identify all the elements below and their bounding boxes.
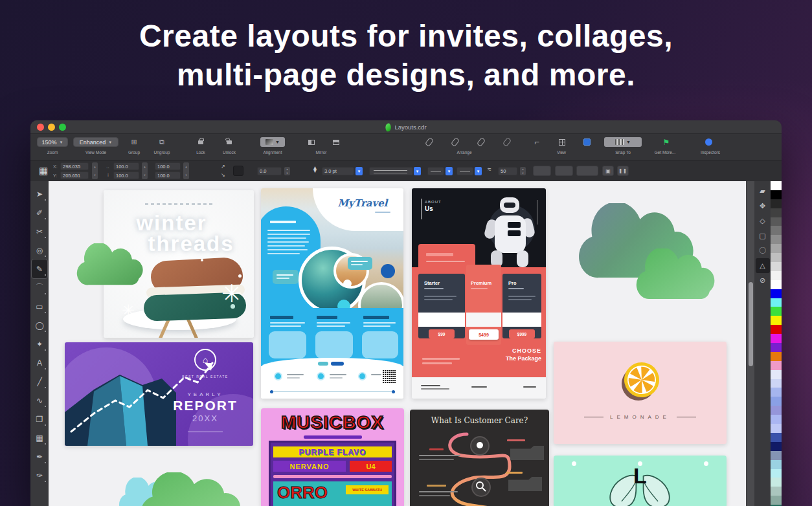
- arrange-button-2[interactable]: [449, 137, 462, 148]
- mesh-fill-tool[interactable]: ▦: [32, 428, 47, 447]
- smoothing-field[interactable]: 50: [498, 167, 517, 175]
- line-style-dropdown[interactable]: [369, 167, 413, 175]
- x-position-field[interactable]: 298.035: [60, 162, 89, 170]
- object-width-field[interactable]: 100.0: [113, 162, 139, 170]
- end-arrowhead-chip[interactable]: ▼: [475, 167, 482, 175]
- green-cloud-shape[interactable]: [66, 243, 144, 286]
- color-swatch[interactable]: [771, 307, 782, 316]
- node-edit-tool[interactable]: ✥: [756, 199, 770, 214]
- lock-button[interactable]: [194, 137, 207, 148]
- snap-to-dropdown[interactable]: ▼: [604, 137, 642, 147]
- eyedropper-tool[interactable]: ✑: [32, 466, 47, 485]
- start-arrowhead-dropdown[interactable]: [427, 167, 444, 175]
- scale-stepper[interactable]: ▲▼: [183, 162, 189, 179]
- end-arrowhead-dropdown[interactable]: [457, 167, 473, 175]
- frame-tool[interactable]: ▢: [756, 228, 770, 243]
- color-swatch[interactable]: [771, 316, 782, 325]
- arrange-button-4[interactable]: [501, 137, 513, 148]
- ungroup-button[interactable]: ⧉: [155, 137, 168, 148]
- freehand-tool[interactable]: ✎: [32, 259, 47, 278]
- color-swatch[interactable]: [771, 496, 782, 505]
- mytravel-design[interactable]: MyTravel: [261, 188, 403, 399]
- color-swatch[interactable]: [771, 244, 782, 253]
- color-swatch[interactable]: [771, 235, 782, 244]
- page-view-button[interactable]: ⌐: [530, 137, 543, 148]
- triangle-tool[interactable]: △: [756, 258, 770, 273]
- alignment-dropdown[interactable]: ▼: [260, 137, 285, 147]
- color-swatch[interactable]: [771, 190, 782, 199]
- y-position-field[interactable]: 205.651: [60, 171, 89, 179]
- color-swatch[interactable]: [771, 406, 782, 415]
- small-green-cloud-shape[interactable]: [624, 248, 716, 300]
- group-button[interactable]: ⊞: [128, 137, 141, 148]
- color-swatch[interactable]: [771, 442, 782, 451]
- color-swatch[interactable]: [771, 271, 782, 280]
- musicbox-design[interactable]: MUSICBOX PURPLE FLAVO NERVANO U4 ORRO WH…: [261, 408, 404, 506]
- arrange-button-1[interactable]: [423, 137, 436, 148]
- color-swatch[interactable]: [771, 262, 782, 271]
- lungs-card-design[interactable]: L: [554, 456, 727, 506]
- color-swatch[interactable]: [771, 361, 782, 370]
- ellipse-tool[interactable]: ◯: [32, 316, 47, 335]
- lock-ratio-button[interactable]: [233, 166, 243, 176]
- drop-shadow-tool[interactable]: ❐: [32, 410, 47, 428]
- polygon-tool[interactable]: ✦: [32, 335, 47, 353]
- color-swatch[interactable]: [771, 226, 782, 235]
- vertical-scrollbar[interactable]: [746, 181, 754, 506]
- color-swatch[interactable]: [771, 181, 782, 190]
- scale-height-field[interactable]: 100.0: [155, 171, 181, 179]
- customer-care-design[interactable]: What Is Customer Care?: [410, 410, 549, 506]
- scale-width-field[interactable]: 100.0: [155, 162, 181, 170]
- start-arrowhead-chip[interactable]: ▼: [445, 167, 453, 175]
- size-stepper[interactable]: ▲▼: [142, 162, 148, 179]
- grid-view-button[interactable]: [556, 137, 569, 148]
- get-more-button[interactable]: ⚑: [660, 137, 673, 148]
- color-swatch[interactable]: [771, 478, 782, 487]
- shape-tool[interactable]: ✐: [32, 203, 47, 222]
- color-swatch[interactable]: [771, 415, 782, 424]
- color-swatch[interactable]: [771, 208, 782, 217]
- color-swatch[interactable]: [771, 280, 782, 289]
- position-stepper[interactable]: ▲▼: [92, 162, 98, 179]
- color-swatch[interactable]: [771, 298, 782, 307]
- lemonade-design[interactable]: LEMONADE: [554, 342, 727, 444]
- color-swatch[interactable]: [771, 487, 782, 496]
- color-swatch[interactable]: [771, 433, 782, 442]
- wrap-text-button[interactable]: ▣: [602, 166, 614, 176]
- angle-stepper[interactable]: ▲▼: [284, 167, 290, 175]
- columns-button[interactable]: ❚❚: [617, 166, 629, 176]
- color-swatch[interactable]: [771, 352, 782, 361]
- color-swatch[interactable]: [771, 199, 782, 208]
- view-mode-dropdown[interactable]: Enhanced▼: [73, 137, 118, 147]
- prop-button-2[interactable]: [555, 166, 573, 176]
- color-swatch[interactable]: [771, 253, 782, 262]
- no-fill-tool[interactable]: ⊘: [756, 273, 770, 288]
- color-swatch[interactable]: [771, 334, 782, 343]
- smoothing-stepper[interactable]: ▲▼: [520, 167, 526, 175]
- mirror-horizontal-button[interactable]: [305, 137, 318, 148]
- color-swatch[interactable]: [771, 388, 782, 397]
- zoom-level-dropdown[interactable]: 150%▼: [37, 137, 68, 147]
- rotation-angle-field[interactable]: 0.0: [257, 167, 282, 175]
- line-style-chip[interactable]: ▼: [414, 167, 421, 175]
- crop-tool[interactable]: ✂: [32, 222, 47, 241]
- color-swatch[interactable]: [771, 424, 782, 433]
- color-swatch[interactable]: [771, 343, 782, 352]
- color-swatch[interactable]: [771, 460, 782, 469]
- unlock-button[interactable]: [223, 137, 236, 148]
- prop-button-3[interactable]: [576, 166, 598, 176]
- zoom-tool[interactable]: ◎: [32, 241, 47, 259]
- object-height-field[interactable]: 100.0: [113, 171, 139, 179]
- ellipse-mask-tool[interactable]: 〇: [756, 243, 770, 258]
- yearly-report-design[interactable]: ⌂ BEST REAL ESTATE YEARLY REPORT 20XX: [65, 342, 253, 446]
- inspectors-button[interactable]: [702, 137, 715, 148]
- text-tool[interactable]: A: [32, 353, 47, 372]
- bottom-green-cloud-shape[interactable]: [125, 472, 242, 506]
- skew-icon[interactable]: ↗: [221, 164, 225, 170]
- perspective-tool[interactable]: ◇: [756, 214, 770, 228]
- color-swatch[interactable]: [771, 370, 782, 379]
- fill-tool[interactable]: ▰: [756, 184, 770, 199]
- color-swatch[interactable]: [771, 451, 782, 460]
- smart-drawing-tool[interactable]: ∿: [32, 391, 47, 410]
- outline-width-dropdown[interactable]: ▼: [355, 167, 363, 175]
